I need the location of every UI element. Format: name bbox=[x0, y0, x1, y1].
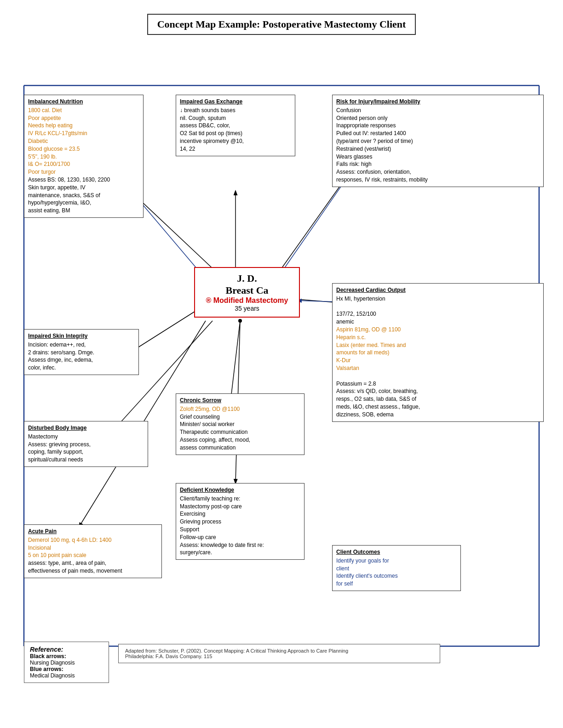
center-procedure: ® Modified Mastectomy bbox=[202, 296, 292, 305]
impaired-gas-exchange-box: Impaired Gas Exchange ↓ breath sounds ba… bbox=[176, 95, 295, 156]
risk-injury-box: Risk for Injury/Impaired Mobility Confus… bbox=[332, 95, 544, 187]
impaired-skin-box: Impaired Skin Integrity Incision: edema+… bbox=[24, 329, 139, 375]
impaired-gas-title: Impaired Gas Exchange bbox=[180, 98, 291, 106]
reference-box: Reference: Black arrows: Nursing Diagnos… bbox=[24, 642, 109, 683]
concept-map: J. D. Breast Ca ® Modified Mastectomy 35… bbox=[10, 49, 553, 683]
svg-line-9 bbox=[231, 321, 240, 398]
svg-point-17 bbox=[238, 319, 242, 323]
client-outcomes-box: Client Outcomes Identify your goals for … bbox=[332, 545, 461, 591]
imbalanced-nutrition-box: Imbalanced Nutrition 1800 cal. DietPoor … bbox=[24, 95, 144, 218]
page-title: Concept Map Example: Postoperative Maste… bbox=[157, 18, 406, 30]
title-box: Concept Map Example: Postoperative Maste… bbox=[147, 14, 416, 35]
svg-line-7 bbox=[134, 306, 203, 350]
center-age: 35 years bbox=[202, 305, 292, 312]
impaired-skin-title: Impaired Skin Integrity bbox=[28, 332, 135, 340]
center-patient-name: J. D. bbox=[202, 273, 292, 284]
acute-pain-box: Acute Pain Demerol 100 mg, q 4-6h LD: 14… bbox=[24, 524, 162, 578]
deficient-knowledge-box: Deficient Knowledge Client/family teachi… bbox=[176, 483, 304, 560]
imbalanced-nutrition-title: Imbalanced Nutrition bbox=[28, 98, 139, 106]
disturbed-body-box: Disturbed Body Image Mastectomy Assess: … bbox=[24, 421, 148, 467]
center-diagnosis: Breast Ca bbox=[202, 284, 292, 296]
disturbed-body-title: Disturbed Body Image bbox=[28, 424, 144, 432]
center-box: J. D. Breast Ca ® Modified Mastectomy 35… bbox=[194, 267, 300, 318]
adapted-from-box: Adapted from: Schuster, P. (2002). Conce… bbox=[118, 644, 440, 663]
chronic-sorrow-box: Chronic Sorrow Zoloft 25mg, OD @1100 Gri… bbox=[176, 393, 304, 455]
reference-title: Reference: bbox=[30, 646, 103, 653]
chronic-sorrow-title: Chronic Sorrow bbox=[180, 397, 300, 404]
acute-pain-title: Acute Pain bbox=[28, 528, 158, 535]
decreased-cardiac-title: Decreased Cardiac Output bbox=[336, 286, 540, 294]
risk-injury-title: Risk for Injury/Impaired Mobility bbox=[336, 98, 540, 106]
decreased-cardiac-box: Decreased Cardiac Output Hx MI, hyperten… bbox=[332, 283, 544, 422]
adapted-text: Adapted from: Schuster, P. (2002). Conce… bbox=[125, 648, 348, 659]
deficient-knowledge-title: Deficient Knowledge bbox=[180, 486, 300, 494]
client-outcomes-title: Client Outcomes bbox=[336, 548, 457, 556]
